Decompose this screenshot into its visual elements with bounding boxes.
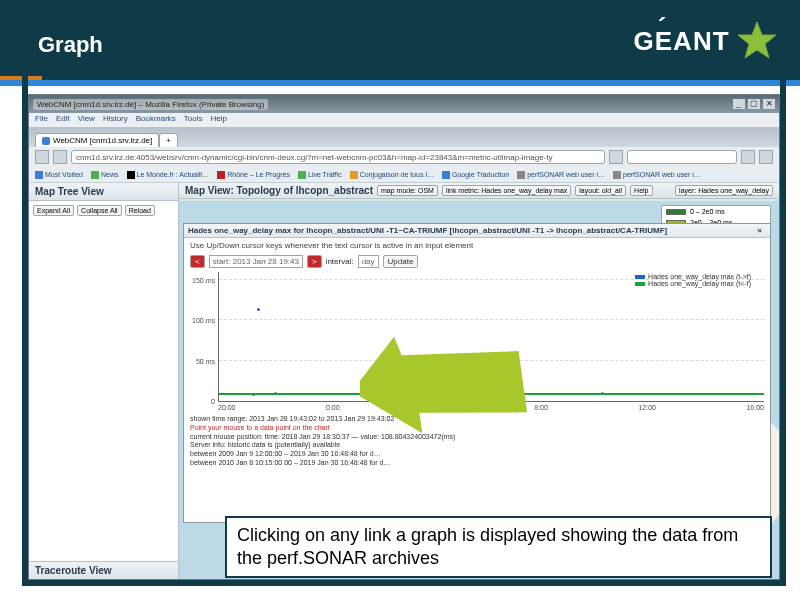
tab-label: WebCNM [cnm1d.srv.lrz.de] (53, 136, 152, 145)
data-point (252, 393, 255, 396)
bookmark-progres[interactable]: Rhône – Le Progrès (217, 171, 290, 179)
forward-button[interactable] (53, 150, 67, 164)
favicon-icon (42, 137, 50, 145)
navigation-toolbar: cnm1d.srv.lrz.de:4053/websrv/cnm-dynamic… (29, 147, 779, 167)
menu-file[interactable]: File (35, 114, 48, 126)
chip-mapmode[interactable]: map mode: OSM (377, 185, 438, 196)
graph-window: Hades one_way_delay max for lhcopn_abstr… (183, 223, 771, 523)
star-icon (736, 20, 778, 62)
tab-strip: WebCNM [cnm1d.srv.lrz.de] + (29, 127, 779, 147)
note-range2: between 2010 Jan 8 10:15:00 00 – 2019 Ja… (190, 459, 764, 468)
menu-edit[interactable]: Edit (56, 114, 70, 126)
mapview-header: Map View: Topology of lhcopn_abstract ma… (179, 183, 779, 199)
chip-help[interactable]: Help (630, 185, 652, 196)
graph-close-button[interactable]: × (753, 226, 766, 235)
reload-button[interactable] (609, 150, 623, 164)
chip-layer[interactable]: layer: Hades one_way_delay (675, 185, 773, 196)
start-field[interactable]: start: 2013 Jan 28 19:43 (209, 255, 303, 268)
bookmarks-toolbar: Most Visited News Le Monde.fr : Actualit… (29, 167, 779, 183)
traceroute-header[interactable]: Traceroute View (29, 561, 178, 579)
data-point (274, 392, 277, 395)
update-button[interactable]: Update (383, 255, 419, 268)
tab-current[interactable]: WebCNM [cnm1d.srv.lrz.de] (35, 133, 159, 147)
brand-logo: GEANT (634, 20, 778, 62)
bookmark-traffic[interactable]: Live Traffic (298, 171, 342, 179)
y-tick: 50 ms (187, 358, 215, 365)
data-point (437, 393, 440, 396)
address-bar[interactable]: cnm1d.srv.lrz.de:4053/websrv/cnm-dynamic… (71, 150, 605, 164)
y-tick: 100 ms (187, 317, 215, 324)
note-range: shown time range: 2013 Jan 28 19:43:02 t… (190, 415, 764, 424)
data-point (601, 392, 604, 395)
graph-title: Hades one_way_delay max for lhcopn_abstr… (188, 226, 667, 235)
search-input[interactable] (627, 150, 737, 164)
minimize-button[interactable]: _ (733, 99, 745, 109)
y-tick: 0 (187, 398, 215, 405)
data-point-outlier (257, 308, 260, 311)
browser-window: WebCNM [cnm1d.srv.lrz.de] – Mozilla Fire… (28, 94, 780, 580)
slide-header: Graph GEANT (0, 0, 800, 86)
interval-label: interval: (326, 257, 354, 266)
frame-right (780, 14, 786, 586)
close-button[interactable]: ✕ (763, 99, 775, 109)
graph-hint: Use Up/Down cursor keys whenever the tex… (184, 238, 770, 253)
graph-chart[interactable]: Hades one_way_delay max (t->f) Hades one… (218, 272, 764, 402)
window-buttons: _ ▢ ✕ (732, 99, 775, 109)
interval-select[interactable]: day (358, 255, 379, 268)
window-titlebar: WebCNM [cnm1d.srv.lrz.de] – Mozilla Fire… (29, 95, 779, 113)
bookmark-gtrans[interactable]: Google Traduction (442, 171, 509, 179)
next-button[interactable]: > (307, 255, 322, 268)
bookmark-news[interactable]: News (91, 171, 119, 179)
note-server: Server info: historic data is (potential… (190, 441, 764, 450)
series-line (219, 393, 764, 395)
svg-marker-0 (738, 22, 776, 58)
home-icon[interactable] (759, 150, 773, 164)
new-tab-button[interactable]: + (159, 133, 178, 147)
window-title: WebCNM [cnm1d.srv.lrz.de] – Mozilla Fire… (33, 99, 268, 110)
mapview-title: Map View: Topology of lhcopn_abstract (185, 185, 373, 196)
back-button[interactable] (35, 150, 49, 164)
legend-row: 0 – 2e0 ms (662, 206, 770, 217)
slide-caption: Clicking on any link a graph is displaye… (225, 516, 772, 578)
reload-button[interactable]: Reload (125, 205, 155, 216)
x-axis-labels: 20:000:004:00 8:0012:0016:00 (218, 404, 764, 411)
browser-menu: File Edit View History Bookmarks Tools H… (29, 113, 779, 127)
menu-help[interactable]: Help (210, 114, 226, 126)
menu-history[interactable]: History (103, 114, 128, 126)
note-range1: between 2009 Jan 9 12:00:00 – 2019 Jan 3… (190, 450, 764, 459)
bookmark-conjug[interactable]: Conjugaison de tous l… (350, 171, 434, 179)
menu-bookmarks[interactable]: Bookmarks (136, 114, 176, 126)
bookmark-icon[interactable] (741, 150, 755, 164)
bookmark-most-visited[interactable]: Most Visited (35, 171, 83, 179)
sidebar-controls: Expand All Collapse All Reload (29, 201, 178, 220)
page-title: Graph (38, 32, 103, 58)
maximize-button[interactable]: ▢ (748, 99, 760, 109)
accent-bar-blue (0, 80, 800, 86)
sidebar: Map Tree View Expand All Collapse All Re… (29, 183, 179, 579)
prev-button[interactable]: < (190, 255, 205, 268)
note-mouseover: Point your mouse to a data point on the … (190, 424, 764, 433)
sidebar-title: Map Tree View (29, 183, 178, 201)
collapse-all-button[interactable]: Collapse All (77, 205, 122, 216)
graph-controls: < start: 2013 Jan 28 19:43 > interval: d… (184, 253, 770, 272)
chip-layout[interactable]: layout: old_all (575, 185, 626, 196)
note-cursor: current mouse position: time: 2018 Jan 2… (190, 433, 764, 442)
menu-tools[interactable]: Tools (184, 114, 203, 126)
chip-linkmetric[interactable]: link metric: Hades one_way_delay max (442, 185, 571, 196)
bookmark-lemonde[interactable]: Le Monde.fr : Actualit… (127, 171, 210, 179)
expand-all-button[interactable]: Expand All (33, 205, 74, 216)
graph-notes: shown time range: 2013 Jan 28 19:43:02 t… (184, 411, 770, 472)
menu-view[interactable]: View (78, 114, 95, 126)
y-tick: 150 ms (187, 277, 215, 284)
bookmark-psonar2[interactable]: perfSONAR web user i… (613, 171, 701, 179)
chart-legend: Hades one_way_delay max (t->f) Hades one… (632, 272, 754, 288)
bookmark-psonar1[interactable]: perfSONAR web user i… (517, 171, 605, 179)
sidebar-tree[interactable] (29, 220, 178, 561)
